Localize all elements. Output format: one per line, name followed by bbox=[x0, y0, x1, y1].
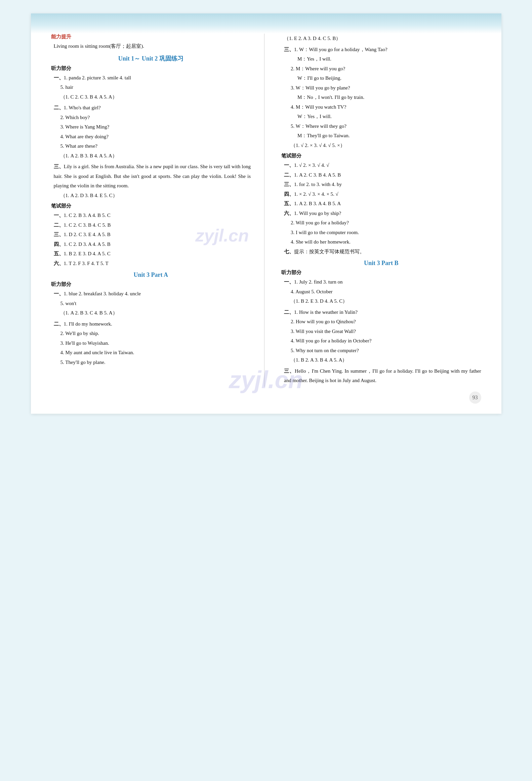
u3a-l-er-3: 3. He'll go to Wuyishan. bbox=[60, 338, 251, 348]
u3b-l-er-ans: （1. B 2. A 3. B 4. A 5. A） bbox=[291, 355, 481, 365]
u3b-listen-yi: 一、1. July 2. find 3. turn on 4. August 5… bbox=[281, 277, 481, 306]
unit3b-title: Unit 3 Part B bbox=[281, 260, 481, 267]
listen-item-er: 二、1. Who's that girl? 2. Which boy? 3. W… bbox=[51, 103, 251, 160]
rw-liu-4: 4. She will do her homework. bbox=[291, 237, 481, 247]
u3a-l-er-1: 二、1. I'll do my homework. bbox=[54, 319, 251, 329]
ability-section-title: 能力提升 bbox=[51, 34, 251, 40]
rw-liu-2: 2. Will you go for a holiday? bbox=[291, 218, 481, 228]
u3b-listen-er: 二、1. How is the weather in Yulin? 2. How… bbox=[281, 307, 481, 365]
page-number: 93 bbox=[469, 392, 481, 404]
rw-si: 四、1. × 2. √ 3. × 4. × 5. √ bbox=[284, 189, 481, 199]
rw-liu-3: 3. I will go to the computer room. bbox=[291, 228, 481, 237]
listen-san-ans: （1. A 2. D 3. B 4. E 5. C） bbox=[60, 191, 251, 200]
u3b-l-yi-3: （1. B 2. E 3. D 4. A 5. C） bbox=[291, 296, 481, 306]
u3a-l-er-5: 5. They'll go by plane. bbox=[60, 358, 251, 367]
listen-item-san: 三、Lily is a girl. She is from Australia.… bbox=[51, 162, 251, 200]
u3b-l-er-1: 二、1. How is the weather in Yulin? bbox=[284, 307, 481, 317]
page: 能力提升 Living room is sitting room(客厅；起居室)… bbox=[31, 13, 501, 414]
listen-yi-line2: 5. hair bbox=[60, 82, 251, 92]
r-san-2: 2. M：Where will you go? bbox=[291, 64, 481, 74]
unit3a-title: Unit 3 Part A bbox=[51, 271, 251, 278]
living-room-note: Living room is sitting room(客厅；起居室). bbox=[54, 41, 251, 51]
top-background bbox=[31, 13, 501, 34]
u3b-listen-san: 三、Hello，I'm Chen Ying. In summer，I'll go… bbox=[281, 366, 481, 385]
u3b-l-er-5: 5. Why not turn on the computer? bbox=[291, 346, 481, 356]
unit3a-listen-yi: 一、1. blue 2. breakfast 3. holiday 4. unc… bbox=[51, 289, 251, 318]
r-san-3: 3. W：Will you go by plane? bbox=[291, 83, 481, 93]
u3b-l-er-2: 2. How will you go to Qinzhou? bbox=[291, 317, 481, 327]
rw-wu: 五、1. A 2. B 3. A 4. B 5. A bbox=[284, 199, 481, 209]
two-column-layout: 能力提升 Living room is sitting room(客厅；起居室)… bbox=[51, 34, 481, 387]
listening-header-left: 听力部分 bbox=[51, 65, 251, 72]
rw-qi: 七、提示：按英文手写体规范书写。 bbox=[284, 247, 481, 257]
u3a-l-yi-2: 5. won't bbox=[60, 299, 251, 308]
r-san-5: 5. W：Where will they go? bbox=[291, 121, 481, 131]
right-written-items: 一、1. √ 2. × 3. √ 4. √ 二、1. A 2. C 3. B 4… bbox=[281, 160, 481, 256]
u3b-l-yi-1: 一、1. July 2. find 3. turn on bbox=[284, 277, 481, 287]
written-san: 三、1. D 2. C 3. E 4. A 5. B bbox=[54, 230, 251, 239]
r-san-1: 三、1. W：Will you go for a holiday，Wang Ta… bbox=[284, 45, 481, 54]
r-san-5b: M：They'll go to Taiwan. bbox=[297, 131, 481, 141]
unit1-2-title: Unit 1～ Unit 2 巩固练习 bbox=[51, 54, 251, 63]
written-wu: 五、1. B 2. E 3. D 4. A 5. C bbox=[54, 249, 251, 259]
rw-san: 三、1. for 2. to 3. with 4. by bbox=[284, 180, 481, 189]
u3a-l-yi-3: （1. A 2. B 3. C 4. B 5. A） bbox=[60, 308, 251, 318]
written-header-left: 笔试部分 bbox=[51, 203, 251, 209]
u3a-l-er-2: 2. We'll go by ship. bbox=[60, 329, 251, 338]
right-top-answer: （1. E 2. A 3. D 4. C 5. B） bbox=[284, 34, 481, 43]
r-san-4: 4. M：Will you watch TV? bbox=[291, 102, 481, 112]
u3a-l-yi-1: 一、1. blue 2. breakfast 3. holiday 4. unc… bbox=[54, 289, 251, 299]
right-san-dialogue: 三、1. W：Will you go for a holiday，Wang Ta… bbox=[281, 45, 481, 150]
written-header-right: 笔试部分 bbox=[281, 153, 481, 159]
listen-er-line1: 二、1. Who's that girl? bbox=[54, 103, 251, 113]
written-yi: 一、1. C 2. B 3. A 4. B 5. C bbox=[54, 211, 251, 220]
listen-er-line5: 5. What are these? bbox=[60, 141, 251, 151]
listen-yi-line3: （1. C 2. C 3. B 4. A 5. A） bbox=[60, 92, 251, 102]
u3a-l-er-4: 4. My aunt and uncle live in Taiwan. bbox=[60, 348, 251, 358]
r-san-ans: （1. √ 2. × 3. √ 4. √ 5. ×） bbox=[291, 141, 481, 150]
listen-er-line6: （1. A 2. B 3. B 4. A 5. A） bbox=[60, 151, 251, 161]
u3b-l-er-4: 4. Will you go for a holiday in October? bbox=[291, 336, 481, 346]
rw-yi: 一、1. √ 2. × 3. √ 4. √ bbox=[284, 160, 481, 170]
unit3b-listening-header: 听力部分 bbox=[281, 269, 481, 276]
unit3a-listen-er: 二、1. I'll do my homework. 2. We'll go by… bbox=[51, 319, 251, 367]
listen-yi-line1: 一、1. panda 2. picture 3. smile 4. tall bbox=[54, 73, 251, 83]
r-san-2b: W：I'll go to Beijing. bbox=[297, 73, 481, 83]
listen-item-yi: 一、1. panda 2. picture 3. smile 4. tall 5… bbox=[51, 73, 251, 102]
rw-liu-1: 六、1. Will you go by ship? bbox=[284, 209, 481, 218]
u3b-l-yi-2: 4. August 5. October bbox=[291, 287, 481, 297]
r-san-4b: W：Yes，I will. bbox=[297, 112, 481, 121]
written-liu: 六、1. T 2. F 3. F 4. T 5. T bbox=[54, 259, 251, 268]
written-si: 四、1. C 2. D 3. A 4. A 5. B bbox=[54, 239, 251, 249]
listen-er-line3: 3. Where is Yang Ming? bbox=[60, 122, 251, 132]
written-er: 二、1. C 2. C 3. B 4. C 5. B bbox=[54, 220, 251, 230]
rw-er: 二、1. A 2. C 3. B 4. A 5. B bbox=[284, 170, 481, 180]
listen-san-para: 三、Lily is a girl. She is from Australia.… bbox=[54, 162, 251, 191]
r-san-1b: M：Yes，I will. bbox=[297, 54, 481, 64]
u3b-l-er-3: 3. Will you visit the Great Wall? bbox=[291, 327, 481, 336]
written-items: 一、1. C 2. B 3. A 4. B 5. C 二、1. C 2. C 3… bbox=[51, 211, 251, 268]
unit3a-listening-header: 听力部分 bbox=[51, 281, 251, 288]
right-column: （1. E 2. A 3. D 4. C 5. B） 三、1. W：Will y… bbox=[278, 34, 481, 387]
listen-er-line4: 4. What are they doing? bbox=[60, 132, 251, 142]
u3b-l-san: 三、Hello，I'm Chen Ying. In summer，I'll go… bbox=[284, 366, 481, 385]
r-san-3b: M：No，I won't. I'll go by train. bbox=[297, 92, 481, 102]
listen-er-line2: 2. Which boy? bbox=[60, 113, 251, 122]
left-column: 能力提升 Living room is sitting room(客厅；起居室)… bbox=[51, 34, 265, 387]
